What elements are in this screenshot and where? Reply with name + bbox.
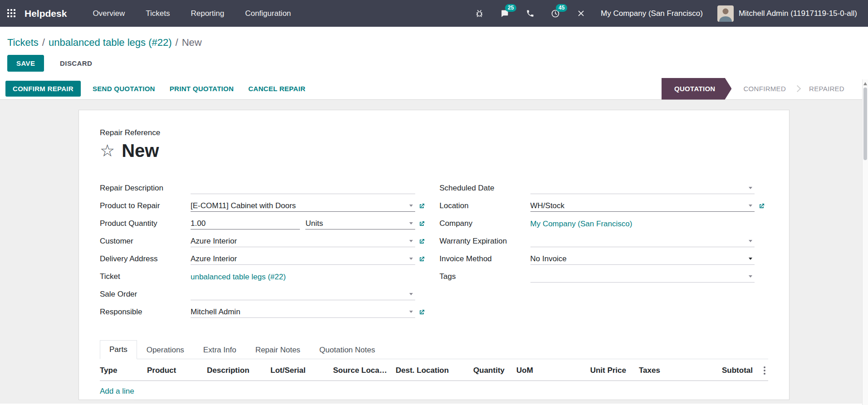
external-link-icon[interactable] xyxy=(415,253,429,265)
field-responsible[interactable]: Mitchell Admin xyxy=(191,306,415,318)
scroll-up-icon[interactable] xyxy=(863,82,867,85)
external-link-icon[interactable] xyxy=(415,306,429,318)
menu-reporting[interactable]: Reporting xyxy=(180,0,235,27)
scrollbar-thumb[interactable] xyxy=(863,88,867,160)
main-menu: Overview Tickets Reporting Configuration xyxy=(82,0,301,27)
field-scheduled-date[interactable] xyxy=(530,182,755,194)
print-quotation-button[interactable]: PRINT QUOTATION xyxy=(162,81,241,97)
field-label-repair-description: Repair Description xyxy=(100,182,191,194)
field-invoice-method[interactable]: No Invoice xyxy=(530,253,755,265)
dropdown-caret-icon xyxy=(749,275,752,278)
column-source-location: Source Loca… xyxy=(333,366,396,375)
activities-icon[interactable]: 45 xyxy=(550,8,561,19)
company-switcher[interactable]: My Company (San Francisco) xyxy=(601,9,703,18)
repair-reference-label: Repair Reference xyxy=(100,128,768,137)
tab-parts[interactable]: Parts xyxy=(100,340,137,359)
breadcrumb-separator: / xyxy=(176,37,178,48)
field-label-delivery-address: Delivery Address xyxy=(100,253,191,265)
bug-icon[interactable] xyxy=(474,8,485,19)
breadcrumb: Tickets/unbalanced table legs (#22)/New xyxy=(7,36,861,49)
field-product-uom[interactable]: Units xyxy=(305,218,415,229)
external-link-icon[interactable] xyxy=(755,200,768,212)
field-label-company: Company xyxy=(440,218,530,229)
dropdown-caret-icon xyxy=(409,293,413,295)
dropdown-caret-icon xyxy=(409,205,413,207)
dropdown-caret-icon xyxy=(749,205,752,207)
menu-overview[interactable]: Overview xyxy=(82,0,135,27)
field-grid: Repair Description Product to Repair [E-… xyxy=(100,182,768,324)
tab-extra-info[interactable]: Extra Info xyxy=(194,340,246,359)
messages-badge: 25 xyxy=(505,4,516,12)
external-link-icon[interactable] xyxy=(415,235,429,247)
field-label-location: Location xyxy=(440,200,530,212)
save-button[interactable]: SAVE xyxy=(7,55,44,72)
add-a-line-link[interactable]: Add a line xyxy=(100,381,134,402)
top-navbar: Helpdesk Overview Tickets Reporting Conf… xyxy=(0,0,868,27)
user-name: Mitchell Admin (11917119-15-0-all) xyxy=(739,9,857,18)
field-product-to-repair[interactable]: [E-COM11] Cabinet with Doors xyxy=(191,200,415,212)
dropdown-caret-icon xyxy=(409,222,413,224)
send-quotation-button[interactable]: SEND QUOTATION xyxy=(85,81,162,97)
breadcrumb-tickets[interactable]: Tickets xyxy=(7,37,39,48)
stage-quotation[interactable]: QUOTATION xyxy=(662,78,731,100)
field-warranty-expiration[interactable] xyxy=(530,235,755,247)
repair-reference-value: New xyxy=(122,140,159,161)
notebook-tabs: Parts Operations Extra Info Repair Notes… xyxy=(100,340,768,359)
tab-operations[interactable]: Operations xyxy=(137,340,194,359)
field-delivery-address[interactable]: Azure Interior xyxy=(191,253,415,265)
field-sale-order[interactable] xyxy=(191,288,415,300)
apps-menu-icon[interactable] xyxy=(7,9,16,18)
column-product: Product xyxy=(147,366,207,375)
stage-repaired[interactable]: REPAIRED xyxy=(797,78,856,100)
confirm-repair-button[interactable]: CONFIRM REPAIR xyxy=(5,81,81,97)
field-label-invoice-method: Invoice Method xyxy=(440,253,530,265)
dropdown-caret-icon xyxy=(749,187,752,189)
field-label-product-to-repair: Product to Repair xyxy=(100,200,191,212)
select-caret-icon xyxy=(749,258,752,260)
cancel-repair-button[interactable]: CANCEL REPAIR xyxy=(241,81,313,97)
dropdown-caret-icon xyxy=(409,258,413,260)
field-company[interactable]: My Company (San Francisco) xyxy=(530,218,755,229)
messages-icon[interactable]: 25 xyxy=(499,8,510,19)
field-label-sale-order: Sale Order xyxy=(100,288,191,300)
tab-repair-notes[interactable]: Repair Notes xyxy=(246,340,310,359)
field-label-product-quantity: Product Quantity xyxy=(100,218,191,229)
field-label-customer: Customer xyxy=(100,235,191,247)
dropdown-caret-icon xyxy=(409,240,413,242)
form-statusbar: CONFIRM REPAIR SEND QUOTATION PRINT QUOT… xyxy=(0,78,868,100)
favorite-star-icon[interactable]: ☆ xyxy=(100,142,115,159)
status-pipeline: QUOTATION CONFIRMED REPAIRED xyxy=(662,78,856,100)
field-ticket[interactable]: unbalanced table legs (#22) xyxy=(191,271,415,283)
external-link-icon[interactable] xyxy=(415,200,429,212)
field-label-ticket: Ticket xyxy=(100,271,191,283)
menu-configuration[interactable]: Configuration xyxy=(235,0,301,27)
app-name[interactable]: Helpdesk xyxy=(25,8,67,19)
field-repair-description[interactable] xyxy=(191,182,415,194)
field-label-warranty-expiration: Warranty Expiration xyxy=(440,235,530,247)
field-label-scheduled-date: Scheduled Date xyxy=(440,182,530,194)
column-taxes: Taxes xyxy=(626,366,690,375)
column-unit-price: Unit Price xyxy=(558,366,626,375)
field-tags[interactable] xyxy=(530,271,755,283)
dropdown-caret-icon xyxy=(749,240,752,242)
column-type: Type xyxy=(100,366,147,375)
optional-columns-icon[interactable] xyxy=(753,366,768,376)
parts-table-header: Type Product Description Lot/Serial Sour… xyxy=(100,359,768,381)
field-product-quantity[interactable]: 1.00 xyxy=(191,218,300,229)
vertical-scrollbar[interactable] xyxy=(862,79,868,405)
activities-badge: 45 xyxy=(556,4,567,12)
dropdown-caret-icon xyxy=(409,311,413,313)
phone-icon[interactable] xyxy=(525,8,535,19)
tab-quotation-notes[interactable]: Quotation Notes xyxy=(310,340,385,359)
field-location[interactable]: WH/Stock xyxy=(530,200,755,212)
avatar[interactable] xyxy=(717,5,734,22)
field-customer[interactable]: Azure Interior xyxy=(191,235,415,247)
x-icon[interactable] xyxy=(575,8,586,19)
user-menu[interactable]: Mitchell Admin (11917119-15-0-all) xyxy=(717,5,857,22)
control-panel: Tickets/unbalanced table legs (#22)/New … xyxy=(0,27,868,78)
discard-button[interactable]: DISCARD xyxy=(51,55,101,72)
menu-tickets[interactable]: Tickets xyxy=(135,0,180,27)
stage-confirmed[interactable]: CONFIRMED xyxy=(731,78,798,100)
external-link-icon[interactable] xyxy=(415,218,429,229)
breadcrumb-record[interactable]: unbalanced table legs (#22) xyxy=(49,37,172,48)
